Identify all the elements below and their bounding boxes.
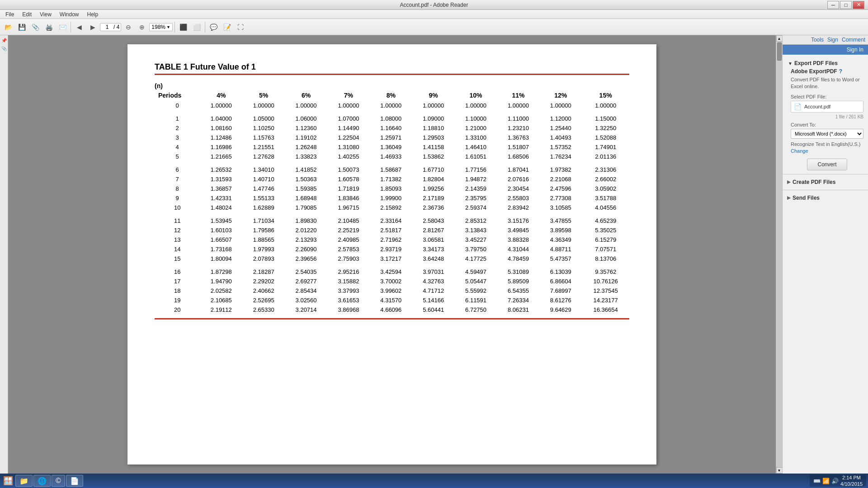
table-row: 111.539451.710341.898302.104852.331642.5…: [155, 216, 629, 225]
start-button[interactable]: 🪟: [2, 475, 14, 487]
left-icon-1[interactable]: 📌: [1, 37, 7, 43]
page-input[interactable]: [102, 24, 113, 30]
table-cell: 2.40985: [327, 235, 370, 244]
table-cell: 1.00000: [370, 101, 412, 111]
table-cell: 1.79586: [242, 225, 285, 235]
table-cell: 4.17725: [455, 254, 497, 263]
create-section-row[interactable]: ▶ Create PDF Files: [787, 177, 863, 187]
table-cell: 1.00000: [285, 101, 327, 111]
menu-view[interactable]: View: [36, 10, 55, 19]
table-row: 21.081601.102501.123601.144901.166401.18…: [155, 123, 629, 133]
recognize-label: Recognize Text in English(U.S.): [791, 141, 860, 147]
table-cell: 1.08160: [200, 123, 242, 133]
title-bar-text: Account.pdf - Adobe Reader: [400, 2, 468, 8]
menu-window[interactable]: Window: [56, 10, 83, 19]
scroll-thumb[interactable]: [777, 42, 782, 61]
comment-button[interactable]: 💬: [207, 21, 220, 33]
table-cell: 4.88711: [539, 244, 582, 254]
data-table: Periods 4% 5% 6% 7% 8% 9% 10% 11% 12% 15…: [155, 90, 629, 314]
change-link[interactable]: Change: [791, 148, 808, 154]
table-row: 11.040001.050001.060001.070001.080001.09…: [155, 114, 629, 123]
pdf-scrollbar: ▲ ▼: [776, 35, 782, 474]
table-cell: 6.54355: [497, 286, 540, 296]
table-cell: 1.21000: [455, 123, 497, 133]
table-cell: 1.36857: [200, 184, 242, 193]
right-panel: Tools Sign Comment Sign In ▼ Export PDF …: [782, 35, 868, 474]
print-button[interactable]: 🖨️: [42, 21, 55, 33]
spacer-row: [155, 263, 629, 267]
tools-tab[interactable]: Tools: [811, 37, 824, 43]
open-button[interactable]: 📂: [2, 21, 14, 33]
save-button[interactable]: 💾: [15, 21, 28, 33]
markup-button[interactable]: 📝: [221, 21, 233, 33]
convert-button[interactable]: Convert: [807, 159, 847, 170]
sign-tab[interactable]: Sign: [827, 37, 838, 43]
prev-page-button[interactable]: ◀: [73, 21, 85, 33]
taskbar-ie[interactable]: 🌐: [33, 475, 51, 487]
file-info: Account.pdf: [804, 104, 860, 109]
pdf-viewer[interactable]: TABLE 1 Future Value of 1 (n) Periods 4%…: [8, 35, 776, 474]
table-cell: 8.13706: [582, 254, 629, 263]
scroll-up-button[interactable]: ▲: [776, 35, 783, 42]
page-separator: / 4: [113, 24, 119, 30]
menu-help[interactable]: Help: [84, 10, 102, 19]
table-row: 151.800942.078932.396562.759033.172173.6…: [155, 254, 629, 263]
close-button[interactable]: ✕: [853, 1, 864, 9]
table-row: 101.480241.628891.790851.967152.158922.3…: [155, 203, 629, 212]
export-pdf-section: ▼ Export PDF Files Adobe ExportPDF ? Con…: [783, 55, 868, 174]
table-row: 61.265321.340101.418521.500731.586871.67…: [155, 165, 629, 174]
table-cell: 1.68948: [285, 193, 327, 203]
table-cell: 2.69277: [285, 277, 327, 286]
minimize-button[interactable]: ─: [827, 1, 839, 9]
table-cell: 4.32763: [412, 277, 455, 286]
table-cell: 2: [155, 123, 200, 133]
table-cell: 5.31089: [497, 267, 540, 277]
table-cell: 2.57853: [327, 244, 370, 254]
col-header-11: 11%: [497, 90, 540, 101]
zoom-in-button[interactable]: ⊕: [136, 21, 148, 33]
fullscreen-button[interactable]: ⛶: [234, 21, 247, 33]
table-cell: 3.51788: [582, 193, 629, 203]
table-cell: 1.05000: [242, 114, 285, 123]
taskbar-adobe[interactable]: 📄: [66, 475, 83, 487]
left-icon-2[interactable]: 📎: [1, 45, 7, 52]
spacer-row: [155, 161, 629, 165]
table-cell: 1.10250: [242, 123, 285, 133]
next-page-button[interactable]: ▶: [86, 21, 99, 33]
menu-edit[interactable]: Edit: [19, 10, 35, 19]
help-icon[interactable]: ?: [839, 68, 842, 75]
table-cell: 2.65330: [242, 305, 285, 314]
sign-in-button[interactable]: Sign In: [847, 47, 863, 53]
zoom-out-button[interactable]: ⊖: [122, 21, 135, 33]
maximize-button[interactable]: □: [840, 1, 852, 9]
select-file-label: Select PDF File:: [791, 94, 863, 99]
comment-tab[interactable]: Comment: [842, 37, 865, 43]
table-cell: 2.29202: [242, 277, 285, 286]
table-cell: 3.05902: [582, 184, 629, 193]
table-cell: 3.42594: [370, 267, 412, 277]
table-cell: 15: [155, 254, 200, 263]
email-button[interactable]: ✉️: [56, 21, 69, 33]
attach-button[interactable]: 📎: [29, 21, 42, 33]
send-section-row[interactable]: ▶ Send Files: [787, 193, 863, 203]
table-row: 171.947902.292022.692773.158823.700024.3…: [155, 277, 629, 286]
menu-file[interactable]: File: [2, 10, 18, 19]
table-row: 131.665071.885652.132932.409852.719623.0…: [155, 235, 629, 244]
table-row: 31.124861.157631.191021.225041.259711.29…: [155, 133, 629, 142]
table-cell: 11: [155, 216, 200, 225]
scroll-down-button[interactable]: ▼: [776, 467, 783, 474]
table-cell: 1.06000: [285, 114, 327, 123]
col-header-15: 15%: [582, 90, 629, 101]
convert-to-select[interactable]: Microsoft Word (*.docx): [791, 129, 863, 139]
table-cell: 1.55133: [242, 193, 285, 203]
taskbar-explorer[interactable]: 📁: [15, 475, 33, 487]
zoom-dropdown-icon[interactable]: ▼: [166, 25, 170, 29]
taskbar-app3[interactable]: ©: [52, 475, 65, 487]
table-cell: 5.14166: [412, 296, 455, 305]
fit-width-button[interactable]: ⬜: [190, 21, 203, 33]
fit-page-button[interactable]: ⬛: [177, 21, 189, 33]
table-cell: 1.48024: [200, 203, 242, 212]
table-cell: 6.86604: [539, 277, 582, 286]
export-section-title[interactable]: ▼ Export PDF Files: [787, 58, 863, 68]
table-cell: 1.87298: [200, 267, 242, 277]
